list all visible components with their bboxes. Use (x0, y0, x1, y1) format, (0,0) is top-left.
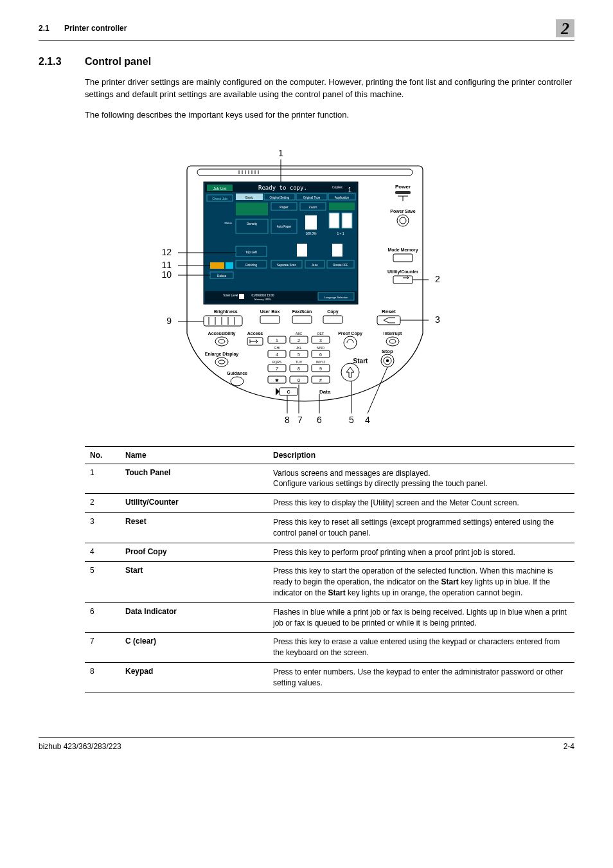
svg-rect-39 (395, 191, 411, 194)
label-faxscan: Fax/Scan (292, 309, 312, 314)
label-mode-memory: Mode Memory (387, 248, 418, 253)
table-row: 5StartPress this key to start the operat… (85, 562, 574, 602)
callout-3: 3 (435, 314, 440, 325)
kp-def: DEF (317, 332, 324, 336)
svg-rect-24 (342, 213, 352, 228)
svg-rect-22 (305, 215, 317, 230)
chapter-number: 2 (556, 19, 574, 37)
callout-7: 7 (298, 415, 303, 425)
label-data: Data (319, 389, 331, 395)
label-status: Status (224, 221, 231, 224)
svg-text:1: 1 (276, 338, 278, 343)
label-userbox: User Box (260, 309, 280, 314)
callout-5: 5 (349, 415, 354, 425)
svg-text:✱: ✱ (275, 378, 279, 383)
paragraph-1: The printer driver settings are mainly c… (85, 77, 574, 101)
tab-basic: Basic (245, 195, 254, 199)
control-panel-figure: Job List Ready to copy. Copies: 1 Check … (39, 137, 574, 428)
page-footer: bizhub 423/363/283/223 2-4 (39, 737, 574, 751)
kp-mno: MNO (317, 346, 324, 350)
tile-density: Density (247, 222, 258, 226)
screen-ready: Ready to copy. (258, 185, 307, 191)
table-row: 2Utility/CounterPress this key to displa… (85, 494, 574, 513)
th-desc: Description (268, 446, 574, 464)
label-start: Start (353, 357, 368, 365)
tile-pct: 100.0% (306, 231, 317, 235)
callout-11: 11 (161, 260, 172, 270)
callout-6: 6 (317, 415, 322, 425)
svg-rect-26 (297, 244, 307, 257)
svg-text:C: C (287, 390, 290, 394)
callout-10: 10 (161, 269, 172, 280)
svg-text:4: 4 (276, 352, 278, 357)
label-accessibility: Accessibility (208, 331, 236, 336)
kp-wxyz: WXYZ (316, 360, 325, 364)
screen-job-list: Job List (213, 186, 227, 190)
header-section-name: Printer controller (64, 24, 127, 33)
kp-pqrs: PQRS (272, 360, 282, 364)
svg-text:5: 5 (298, 352, 300, 357)
btn-delete: Delete (217, 274, 227, 278)
label-date: 01/09/2010 15:00 (251, 294, 274, 297)
kp-tuv: TUV (296, 360, 303, 364)
callout-1: 1 (278, 148, 283, 158)
svg-text:#: # (319, 378, 322, 383)
tile-rotate: Rotate OFF (333, 264, 348, 267)
svg-rect-19 (329, 203, 355, 210)
label-power-save: Power Save (390, 209, 415, 213)
header-section-ref: 2.1 (39, 24, 49, 33)
section-number: 2.1.3 (39, 56, 66, 68)
kp-jkl: JKL (296, 346, 302, 350)
callout-2: 2 (435, 274, 440, 284)
tab-orig-set: Original Setting (270, 196, 290, 199)
svg-rect-29 (226, 262, 233, 269)
screen-copies: Copies: (332, 185, 343, 189)
tile-finishing: Finishing (245, 264, 258, 267)
label-proof: Proof Copy (338, 331, 362, 336)
svg-rect-23 (329, 213, 339, 228)
tab-orig-type: Original Type (303, 196, 321, 199)
tab-application: Application (335, 196, 350, 199)
svg-text:3: 3 (319, 338, 322, 343)
svg-text:8: 8 (298, 366, 300, 371)
th-no: No. (85, 446, 120, 464)
tile-top-left: Top Left (245, 250, 257, 254)
label-power: Power (395, 184, 411, 190)
callout-8: 8 (285, 415, 290, 425)
th-name: Name (120, 446, 268, 464)
kp-abc: ABC (296, 332, 303, 336)
label-stop: Stop (382, 348, 393, 354)
footer-page: 2-4 (564, 742, 574, 751)
tile-one-one: 1 ÷ 1 (337, 231, 344, 235)
tile-zoom: Zoom (309, 205, 317, 209)
svg-rect-28 (210, 262, 224, 269)
label-interrupt: Interrupt (384, 331, 402, 336)
label-guidance: Guidance (227, 371, 247, 375)
label-reset: Reset (382, 309, 396, 314)
svg-rect-37 (239, 294, 244, 299)
label-copy: Copy (327, 309, 339, 314)
section-heading: 2.1.3 Control panel (39, 56, 574, 68)
label-brightness: Brightness (214, 309, 238, 314)
callout-12: 12 (161, 247, 172, 257)
tile-paper: Paper (280, 205, 289, 209)
kp-ghi: GHI (274, 346, 280, 350)
table-row: 7C (clear)Press this key to erase a valu… (85, 633, 574, 663)
label-enlarge: Enlarge Display (205, 352, 239, 357)
screen-count-1: 1 (348, 186, 351, 194)
label-memory: Memory 100% (254, 298, 271, 301)
table-row: 6Data IndicatorFlashes in blue while a p… (85, 602, 574, 633)
key-description-table: No. Name Description 1Touch PanelVarious… (85, 446, 574, 693)
svg-text:7: 7 (276, 366, 278, 371)
svg-rect-16 (236, 203, 268, 215)
svg-text:9: 9 (319, 366, 322, 371)
label-access: Access (247, 331, 263, 336)
callout-9: 9 (166, 316, 172, 326)
callout-4: 4 (365, 415, 370, 425)
svg-rect-27 (332, 244, 342, 257)
screen-check-job: Check Job (212, 197, 227, 201)
running-header: 2.1 Printer controller 2 (39, 19, 574, 41)
tile-auto-paper: Auto Paper (277, 225, 292, 228)
table-row: 3ResetPress this key to reset all settin… (85, 512, 574, 543)
control-panel-svg: Job List Ready to copy. Copies: 1 Check … (146, 137, 467, 426)
